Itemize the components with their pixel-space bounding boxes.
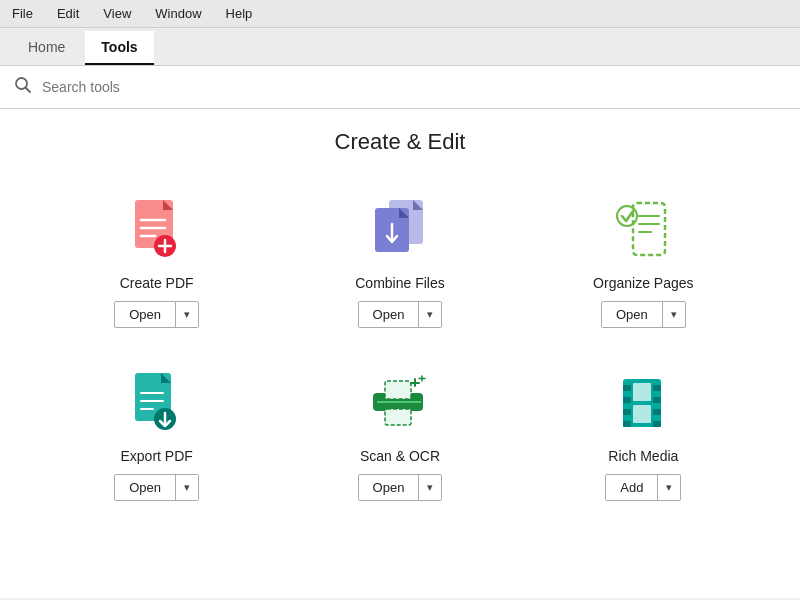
search-icon bbox=[14, 76, 32, 98]
menu-edit[interactable]: Edit bbox=[53, 4, 83, 23]
main-content: Create & Edit C bbox=[0, 109, 800, 598]
menu-help[interactable]: Help bbox=[222, 4, 257, 23]
menu-window[interactable]: Window bbox=[151, 4, 205, 23]
search-bar bbox=[0, 66, 800, 109]
organize-pages-label: Organize Pages bbox=[593, 275, 693, 291]
scan-ocr-icon bbox=[365, 368, 435, 438]
organize-pages-button-group: Open ▾ bbox=[601, 301, 686, 328]
create-pdf-icon bbox=[122, 195, 192, 265]
export-pdf-dropdown-button[interactable]: ▾ bbox=[176, 475, 198, 500]
tool-card-export-pdf: Export PDF Open ▾ bbox=[40, 358, 273, 511]
svg-rect-34 bbox=[385, 409, 411, 425]
tool-card-scan-ocr: Scan & OCR Open ▾ bbox=[283, 358, 516, 511]
organize-pages-icon bbox=[608, 195, 678, 265]
svg-rect-37 bbox=[623, 397, 631, 403]
svg-line-1 bbox=[26, 88, 31, 93]
rich-media-button-group: Add ▾ bbox=[605, 474, 681, 501]
export-pdf-open-button[interactable]: Open bbox=[115, 475, 176, 500]
organize-pages-open-button[interactable]: Open bbox=[602, 302, 663, 327]
tool-card-combine-files: Combine Files Open ▾ bbox=[283, 185, 516, 338]
menu-bar: File Edit View Window Help bbox=[0, 0, 800, 28]
create-pdf-label: Create PDF bbox=[120, 275, 194, 291]
scan-ocr-button-group: Open ▾ bbox=[358, 474, 443, 501]
menu-view[interactable]: View bbox=[99, 4, 135, 23]
scan-ocr-label: Scan & OCR bbox=[360, 448, 440, 464]
svg-rect-36 bbox=[623, 385, 631, 391]
scan-ocr-dropdown-button[interactable]: ▾ bbox=[419, 475, 441, 500]
create-pdf-button-group: Open ▾ bbox=[114, 301, 199, 328]
tools-grid: Create PDF Open ▾ bbox=[40, 185, 760, 511]
svg-rect-44 bbox=[633, 383, 651, 401]
rich-media-icon bbox=[608, 368, 678, 438]
combine-files-icon bbox=[365, 195, 435, 265]
tab-tools[interactable]: Tools bbox=[85, 31, 153, 65]
svg-rect-28 bbox=[385, 381, 411, 399]
tab-home[interactable]: Home bbox=[12, 31, 81, 65]
svg-rect-39 bbox=[623, 421, 631, 427]
search-input[interactable] bbox=[42, 79, 786, 95]
organize-pages-dropdown-button[interactable]: ▾ bbox=[663, 302, 685, 327]
combine-files-button-group: Open ▾ bbox=[358, 301, 443, 328]
create-pdf-open-button[interactable]: Open bbox=[115, 302, 176, 327]
svg-rect-43 bbox=[653, 421, 661, 427]
rich-media-dropdown-button[interactable]: ▾ bbox=[658, 475, 680, 500]
rich-media-add-button[interactable]: Add bbox=[606, 475, 658, 500]
svg-rect-42 bbox=[653, 409, 661, 415]
tab-bar: Home Tools bbox=[0, 28, 800, 66]
svg-rect-40 bbox=[653, 385, 661, 391]
combine-files-open-button[interactable]: Open bbox=[359, 302, 420, 327]
section-title: Create & Edit bbox=[40, 129, 760, 155]
combine-files-dropdown-button[interactable]: ▾ bbox=[419, 302, 441, 327]
export-pdf-icon bbox=[122, 368, 192, 438]
combine-files-label: Combine Files bbox=[355, 275, 444, 291]
svg-rect-41 bbox=[653, 397, 661, 403]
svg-rect-38 bbox=[623, 409, 631, 415]
rich-media-label: Rich Media bbox=[608, 448, 678, 464]
export-pdf-label: Export PDF bbox=[120, 448, 192, 464]
svg-rect-15 bbox=[633, 203, 665, 255]
tool-card-rich-media: Rich Media Add ▾ bbox=[527, 358, 760, 511]
export-pdf-button-group: Open ▾ bbox=[114, 474, 199, 501]
scan-ocr-open-button[interactable]: Open bbox=[359, 475, 420, 500]
menu-file[interactable]: File bbox=[8, 4, 37, 23]
svg-rect-45 bbox=[633, 405, 651, 423]
tool-card-organize-pages: Organize Pages Open ▾ bbox=[527, 185, 760, 338]
create-pdf-dropdown-button[interactable]: ▾ bbox=[176, 302, 198, 327]
tool-card-create-pdf: Create PDF Open ▾ bbox=[40, 185, 273, 338]
